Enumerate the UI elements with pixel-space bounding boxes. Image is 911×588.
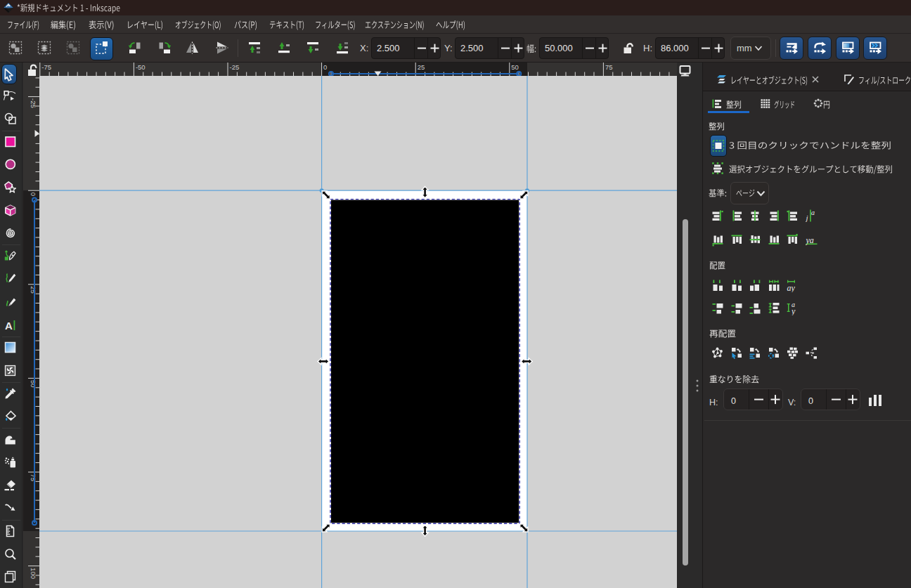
svg-text:-25: -25 [230,63,240,71]
svg-text:-50: -50 [136,63,146,71]
svg-text:50: 50 [511,63,519,71]
svg-text:a: a [811,209,815,216]
svg-text:75: 75 [30,474,37,482]
svg-text:A: A [5,319,13,331]
svg-text:100: 100 [30,568,37,579]
svg-text:j: j [806,214,808,222]
svg-text:-25: -25 [30,98,37,108]
svg-text:50: 50 [30,380,37,388]
svg-text:y: y [791,306,796,315]
svg-text:ya: ya [806,235,814,245]
svg-text:25: 25 [30,286,37,294]
svg-text:75: 75 [605,63,613,71]
svg-text:ay: ay [787,283,796,293]
svg-text:0: 0 [323,63,327,71]
svg-text:-75: -75 [41,63,51,71]
svg-text:0: 0 [30,192,37,196]
svg-text:25: 25 [418,63,425,71]
